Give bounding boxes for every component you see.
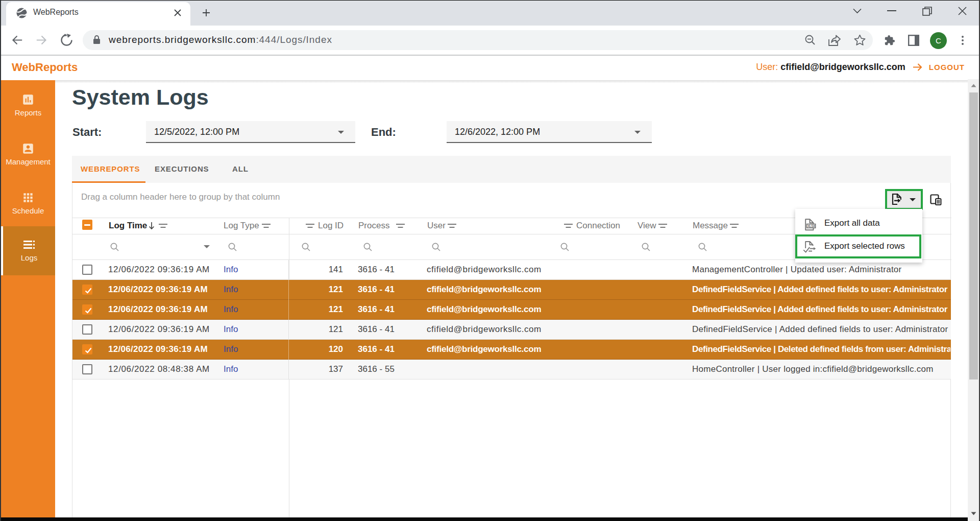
- svg-text:XLSX: XLSX: [807, 224, 816, 228]
